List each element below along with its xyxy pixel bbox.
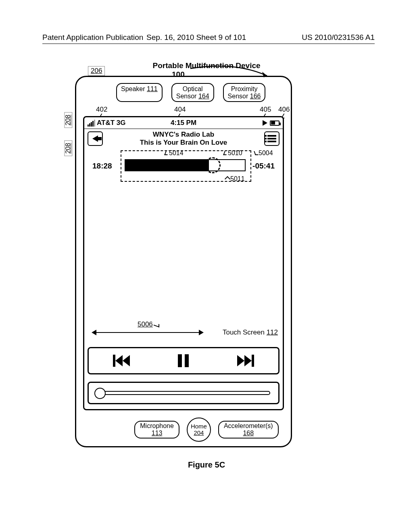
nav-row: WNYC's Radio Lab This is Your Brain On L… [84, 129, 283, 148]
pub-label: Patent Application Publication [42, 33, 143, 42]
ref-5010: 5010 [224, 150, 242, 157]
acc-num: 168 [243, 430, 254, 436]
home-label: Home [191, 423, 207, 430]
play-indicator-icon [263, 120, 267, 126]
pub-number: US 2010/0231536 A1 [302, 33, 375, 42]
scrub-fill [125, 160, 209, 170]
accelerometer-box: Accelerometer(s) 168 [218, 421, 279, 438]
top-sensors: Speaker 111 Optical Sensor 164 Proximity… [116, 83, 265, 102]
figure-label: Figure 5C [0, 460, 413, 470]
nav-title-2: This is Your Brain On Love [103, 139, 264, 147]
next-button[interactable] [237, 355, 254, 367]
pub-date-sheet: Sep. 16, 2010 Sheet 9 of 101 [146, 33, 246, 42]
touch-screen[interactable]: AT&T 3G 4:15 PM WNYC's Radio Lab This is… [83, 116, 284, 410]
list-button[interactable] [264, 131, 280, 146]
playback-controls [88, 347, 280, 374]
device-title: Portable Multifunction Device [0, 61, 413, 70]
optical-num: 164 [198, 93, 209, 100]
optical-sensor-box: Optical Sensor 164 [171, 83, 214, 102]
ref-406: 406 [278, 106, 290, 114]
signal-icon [88, 120, 95, 127]
optical-l2: Sensor [176, 93, 197, 100]
status-bar: AT&T 3G 4:15 PM [84, 117, 283, 129]
pause-button[interactable] [178, 354, 189, 367]
bottom-hardware-row: Microphone 113 Home 204 Accelerometer(s)… [0, 418, 413, 442]
optical-l1: Optical [176, 85, 209, 93]
carrier-label: AT&T 3G [97, 119, 125, 127]
ref-5011: 5011 [225, 175, 245, 183]
arrow-5006 [92, 328, 204, 337]
ref-208-b: 208 [64, 141, 72, 156]
volume-slider[interactable] [88, 382, 280, 404]
scrub-handle[interactable] [204, 157, 221, 173]
speaker-box: Speaker 111 [116, 83, 163, 102]
ref-402: 402 [96, 106, 107, 114]
ref-404: 404 [174, 106, 186, 114]
home-button[interactable]: Home 204 [187, 418, 211, 442]
ref-405: 405 [260, 106, 271, 114]
prox-l2: Sensor [228, 93, 248, 100]
volume-knob[interactable] [94, 388, 106, 399]
time-remaining: -05:41 [252, 162, 275, 170]
mic-label: Microphone [140, 422, 174, 430]
previous-button[interactable] [113, 355, 130, 367]
ref-5004: 5004 [254, 150, 273, 157]
page-header: Patent Application Publication Sep. 16, … [42, 33, 375, 44]
prox-num: 166 [250, 93, 261, 100]
back-button[interactable] [88, 131, 103, 146]
volume-track [97, 391, 270, 395]
microphone-box: Microphone 113 [134, 421, 179, 438]
time-elapsed: 18:28 [92, 162, 112, 170]
mic-num: 113 [152, 430, 163, 436]
back-arrow-icon [92, 135, 98, 142]
scrub-bar[interactable] [125, 159, 246, 171]
proximity-sensor-box: Proximity Sensor 166 [223, 83, 266, 102]
scrubber-area: 18:28 -05:41 5014 5010 5004 5011 [84, 148, 283, 187]
nav-title: WNYC's Radio Lab This is Your Brain On L… [103, 131, 264, 146]
battery-icon [270, 121, 280, 126]
prox-l1: Proximity [228, 85, 261, 93]
home-num: 204 [194, 430, 204, 436]
speaker-label: Speaker [121, 85, 145, 92]
ref-5006: 5006 [138, 320, 159, 328]
speaker-num: 111 [147, 85, 158, 92]
acc-label: Accelerometer(s) [224, 422, 273, 430]
ref-5014: 5014 [165, 150, 184, 157]
touch-screen-label: Touch Screen 112 [223, 328, 278, 337]
status-time: 4:15 PM [171, 119, 196, 127]
nav-title-1: WNYC's Radio Lab [103, 131, 264, 139]
ref-206: 206 [88, 66, 105, 76]
ref-208-a: 208 [64, 112, 72, 128]
